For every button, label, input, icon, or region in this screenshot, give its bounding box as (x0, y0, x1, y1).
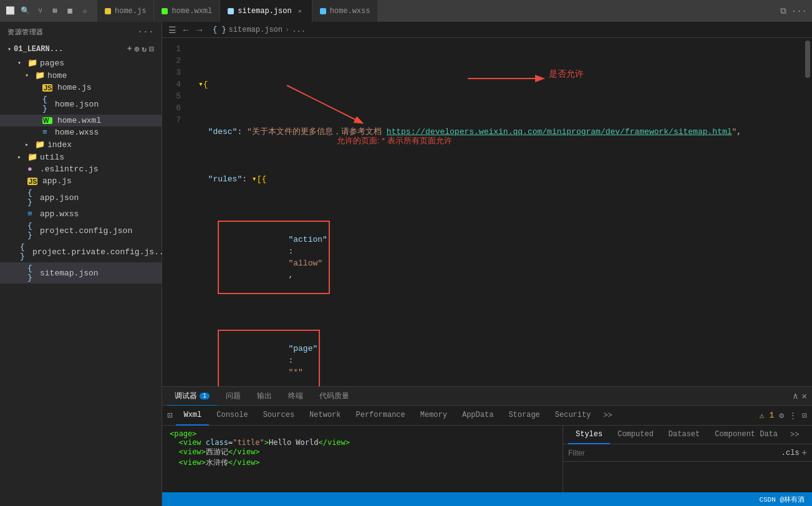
line3-colon: : (242, 173, 252, 185)
tree-label-home-json: home.json (55, 100, 99, 109)
more-options-icon[interactable]: ··· (137, 27, 154, 37)
nav-back-icon[interactable]: ← (180, 25, 191, 35)
tree-item-index[interactable]: ▸ 📁 index (0, 138, 162, 151)
devtools-tab-wxml[interactable]: Wxml (176, 406, 209, 426)
panel-tab-debugger-label: 调试器 (175, 391, 197, 401)
status-bar-right: CSDN @林有酒 (759, 495, 805, 504)
wxss-icon2: ≡ (27, 209, 37, 219)
json-icon2: { } (27, 221, 37, 240)
code-line-5: "page" : "*" (198, 330, 803, 386)
panel-tab-debugger[interactable]: 调试器 1 (167, 387, 217, 406)
line-num-3: 3 (162, 67, 188, 79)
refresh-icon[interactable]: ↻ (142, 44, 147, 54)
tree-item-project-config[interactable]: { } project.config.json (0, 220, 162, 241)
new-file-icon[interactable]: + (127, 44, 132, 54)
devtools-tab-storage[interactable]: Storage (501, 406, 547, 426)
code-content[interactable]: ▾ { "desc" : "关于本文件的更多信息，请参考文档 https://d… (193, 38, 803, 386)
panel-tab-output[interactable]: 输出 (249, 387, 279, 406)
devtools-tab-sources[interactable]: Sources (256, 406, 302, 426)
styles-tab-computed[interactable]: Computed (610, 426, 661, 444)
tab-icon-home-wxml (162, 8, 168, 14)
devtools-tab-memory[interactable]: Memory (413, 406, 455, 426)
more-icon[interactable]: ··· (791, 6, 807, 16)
filter-input[interactable] (568, 449, 779, 457)
panel-tab-terminal[interactable]: 终端 (281, 387, 311, 406)
split-editor-icon[interactable]: ⧉ (780, 6, 786, 16)
filter-bar: .cls + (563, 444, 812, 462)
devtools-tabs: ⊡ Wxml Console Sources Network (162, 406, 812, 426)
star-icon[interactable]: ☆ (80, 6, 90, 16)
tab-home-js[interactable]: home.js (97, 0, 153, 22)
devtools-panel: ⊡ Wxml Console Sources Network (162, 406, 812, 492)
devtools-icons: ⚠ 1 ⚙ ⋮ ⊡ (760, 411, 807, 421)
scrollbar-thumb[interactable] (805, 41, 810, 78)
breadcrumb-json-icon: { } (213, 26, 226, 34)
devtools-tab-appdata[interactable]: AppData (455, 406, 501, 426)
collapse-all-icon[interactable]: ⊟ (149, 44, 154, 54)
extensions-icon[interactable]: ⊞ (50, 6, 60, 16)
tree-item-pages[interactable]: ▾ 📁 pages (0, 57, 162, 69)
nav-forward-icon[interactable]: → (194, 25, 205, 35)
line1-brace: { (203, 79, 208, 90)
devtools-pointer-icon[interactable]: ⊡ (167, 410, 172, 421)
panel-tab-output-label: 输出 (257, 391, 272, 401)
panel-tab-terminal-label: 终端 (288, 391, 303, 401)
tree-item-app-json[interactable]: { } app.json (0, 187, 162, 208)
devtools-tab-network[interactable]: Network (302, 406, 348, 426)
tree-item-home-wxml[interactable]: W home.wxml (0, 115, 162, 126)
panel-tab-quality[interactable]: 代码质量 (312, 387, 357, 406)
tab-sitemap-json[interactable]: sitemap.json✕ (220, 0, 311, 22)
tree-item-home[interactable]: ▾ 📁 home (0, 69, 162, 82)
source-control-icon[interactable]: ⑂ (35, 6, 45, 16)
tree-item-eslint[interactable]: ● .eslintrc.js (0, 163, 162, 175)
devtools-tab-console[interactable]: Console (209, 406, 255, 426)
devtools-more-icon[interactable]: >> (598, 411, 617, 420)
chevron-icon: ▾ (25, 72, 32, 79)
tree-item-utils[interactable]: ▸ 📁 utils (0, 151, 162, 163)
tree-item-home-json[interactable]: { } home.json (0, 93, 162, 115)
line-num-2: 2 (162, 55, 188, 67)
tab-home-wxss[interactable]: home.wxss (312, 0, 378, 22)
chevron-icon: ▾ (17, 59, 25, 67)
search-icon[interactable]: 🔍 (20, 6, 30, 16)
devtools-warning-icon: ⚠ (760, 411, 765, 421)
devtools-dots-icon[interactable]: ⋮ (789, 411, 797, 421)
styles-tab-component-label: Component Data (715, 430, 778, 439)
styles-tabs: Styles Computed Dataset Component Data (563, 426, 812, 444)
wxml-icon: W (42, 117, 52, 124)
tree-item-home-wxss[interactable]: ≡ home.wxss (0, 126, 162, 138)
json-file-icon: { } (42, 95, 52, 113)
panel-tab-problems[interactable]: 问题 (218, 387, 248, 406)
filter-cls-label[interactable]: .cls (781, 449, 800, 457)
devtools-tab-security[interactable]: Security (548, 406, 599, 426)
styles-tab-dataset[interactable]: Dataset (661, 426, 707, 444)
tab-home-wxml[interactable]: home.wxml (154, 0, 220, 22)
bottom-panel: 调试器 1 问题 输出 终端 代码质量 ∧ ✕ (162, 386, 812, 492)
folder-icon: 📁 (27, 152, 37, 162)
line1-bracket: ▾ (198, 79, 203, 90)
filter-add-icon[interactable]: + (802, 448, 807, 458)
nav-list-icon[interactable]: ☰ (167, 25, 178, 35)
layout-icon[interactable]: ▦ (65, 6, 75, 16)
tree-item-home-js[interactable]: JS home.js (0, 82, 162, 93)
collapse-icon[interactable]: ▾ (7, 45, 11, 53)
scrollbar-track[interactable] (803, 38, 812, 386)
devtools-undock-icon[interactable]: ⊡ (802, 411, 807, 421)
tree-item-app-wxss[interactable]: ≡ app.wxss (0, 208, 162, 220)
panel-maximize-icon[interactable]: ∧ (793, 391, 798, 401)
devtools-settings-icon[interactable]: ⚙ (779, 411, 784, 421)
breadcrumb-sep: › (285, 26, 289, 34)
styles-more-icon[interactable]: >> (786, 431, 803, 439)
panel-badge: 1 (200, 393, 210, 399)
tree-label-utils: utils (40, 153, 64, 162)
breadcrumb-bar: ☰ ← → { } sitemap.json › ... (162, 22, 812, 38)
new-folder-icon[interactable]: ⊕ (135, 44, 140, 54)
devtools-tab-performance[interactable]: Performance (349, 406, 413, 426)
styles-tab-styles[interactable]: Styles (568, 426, 610, 444)
tree-item-sitemap[interactable]: { } sitemap.json (0, 262, 162, 284)
styles-tab-component[interactable]: Component Data (707, 426, 785, 444)
tree-item-app-js[interactable]: JS app.js (0, 175, 162, 187)
panel-close-icon[interactable]: ✕ (802, 391, 807, 401)
tab-close-sitemap-json[interactable]: ✕ (296, 7, 304, 16)
tree-item-project-private[interactable]: { } project.private.config.js... (0, 241, 162, 262)
